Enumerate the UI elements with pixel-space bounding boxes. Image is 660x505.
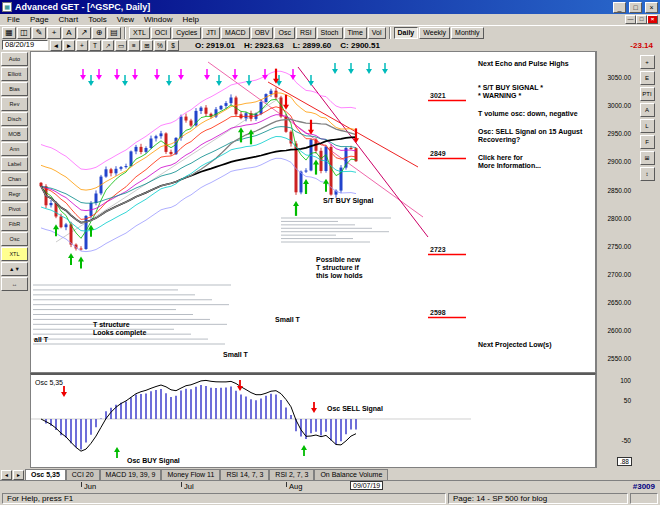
maximize-button[interactable]: □ xyxy=(629,2,642,13)
tab-rsi-14-7-3[interactable]: RSI 14, 7, 3 xyxy=(220,469,269,480)
oscillator-panel[interactable]: Osc SELL SignalOsc BUY SignalOsc 5,35 xyxy=(30,373,596,468)
child-restore-button[interactable]: □ xyxy=(636,15,647,24)
trendline-tool-icon[interactable]: ↗ xyxy=(77,27,91,39)
main-toolbar: ▦◫✎+A↗⊕▤ XTLOCICyclesJTIMACDOBVOscRSISto… xyxy=(0,25,660,39)
menu-file[interactable]: File xyxy=(2,15,25,24)
period-daily[interactable]: Daily xyxy=(394,27,419,39)
child-minimize-button[interactable]: — xyxy=(625,15,636,24)
date-field[interactable]: 08/20/19 xyxy=(2,40,48,50)
high-value: H: 2923.63 xyxy=(244,41,284,50)
tool-time[interactable]: Time xyxy=(344,27,367,39)
tab-on-balance-volume[interactable]: On Balance Volume xyxy=(314,469,388,480)
price-tick: 2550.00 xyxy=(608,355,632,362)
tool-vol[interactable]: Vol xyxy=(368,27,386,39)
menu-window[interactable]: Window xyxy=(139,15,177,24)
crosshair-small-icon[interactable]: + xyxy=(76,40,88,51)
strip-fib-tool[interactable]: F xyxy=(640,135,655,149)
grid-small-icon[interactable]: ⊞ xyxy=(141,40,153,51)
tab-macd-19-39-9[interactable]: MACD 19, 39, 9 xyxy=(100,469,162,480)
percent-tool-icon[interactable]: % xyxy=(154,40,166,51)
next-bar-icon[interactable]: ► xyxy=(63,40,75,51)
list-tool-icon[interactable]: ≡ xyxy=(128,40,140,51)
grid-tool-icon[interactable]: ▤ xyxy=(107,27,121,39)
menu-items: FilePageChartToolsViewWindowHelp xyxy=(2,15,204,24)
close-button[interactable]: × xyxy=(645,2,658,13)
tool-stoch[interactable]: Stoch xyxy=(317,27,343,39)
sidebar-auto-mode[interactable]: Auto xyxy=(1,52,28,66)
period-monthly[interactable]: Monthly xyxy=(451,27,484,39)
menu-help[interactable]: Help xyxy=(177,15,203,24)
sidebar-elliott[interactable]: Elliott xyxy=(1,67,28,81)
tool-obv[interactable]: OBV xyxy=(251,27,274,39)
tab-cci-20[interactable]: CCI 20 xyxy=(66,469,100,480)
trend-small-icon[interactable]: ↗ xyxy=(102,40,114,51)
price-tick: 2800.00 xyxy=(608,215,632,222)
projection-level-label: 2598 xyxy=(430,309,446,316)
projection-date-box: 09/07/19 xyxy=(350,481,383,490)
draw-tool-icon[interactable]: ✎ xyxy=(32,27,46,39)
tool-xtl[interactable]: XTL xyxy=(129,27,150,39)
menu-tools[interactable]: Tools xyxy=(83,15,112,24)
sidebar-bias-reversal[interactable]: Bias xyxy=(1,82,28,96)
status-bar: For Help, press F1 Page: 14 - SP 500 for… xyxy=(0,492,660,505)
zoom-tool-icon[interactable]: ⊕ xyxy=(92,27,106,39)
new-chart-icon[interactable]: ▦ xyxy=(2,27,16,39)
price-chart-panel[interactable]: 3021284927232598Next Echo and Pulse High… xyxy=(30,51,596,373)
text-small-icon[interactable]: T xyxy=(89,40,101,51)
strip-pti[interactable]: PTI xyxy=(640,87,655,101)
box-tool-icon[interactable]: ▭ xyxy=(115,40,127,51)
title-bar[interactable]: ▦ Advanced GET - [^GSPC, Daily] _ □ × xyxy=(0,0,660,14)
sidebar-expand-tool[interactable]: ↔ xyxy=(1,277,28,291)
sidebar-arrows-tool[interactable]: ▲▼ xyxy=(1,262,28,276)
sidebar-oscillator-tool[interactable]: Osc xyxy=(1,232,28,246)
tool-rsi[interactable]: RSI xyxy=(296,27,316,39)
sidebar-annotation[interactable]: Ann xyxy=(1,142,28,156)
oscillator-canvas[interactable]: Osc SELL SignalOsc BUY SignalOsc 5,35 xyxy=(31,375,595,467)
menu-page[interactable]: Page xyxy=(25,15,54,24)
low-value: L: 2899.60 xyxy=(293,41,332,50)
oscillator-title: Osc 5,35 xyxy=(35,379,63,386)
prev-bar-icon[interactable]: ◄ xyxy=(50,40,62,51)
sidebar-reversal[interactable]: Rev xyxy=(1,97,28,111)
text-tool-icon[interactable]: A xyxy=(62,27,76,39)
strip-crosshair[interactable]: + xyxy=(640,55,655,69)
tool-osc[interactable]: Osc xyxy=(274,27,294,39)
tile-windows-icon[interactable]: ◫ xyxy=(17,27,31,39)
tool-sidebar: AutoElliottBiasRevDischMOBAnnLabelChanRe… xyxy=(0,51,30,373)
price-chart-canvas[interactable]: 3021284927232598Next Echo and Pulse High… xyxy=(31,52,595,372)
sidebar-fib-retracement[interactable]: FibR xyxy=(1,217,28,231)
sidebar-displaced-channel[interactable]: Disch xyxy=(1,112,28,126)
price-tool-icon[interactable]: $ xyxy=(167,40,179,51)
tool-jti[interactable]: JTI xyxy=(202,27,220,39)
sidebar-price-label[interactable]: Label xyxy=(1,157,28,171)
osc-tick: 100 xyxy=(620,377,631,384)
child-close-button[interactable]: × xyxy=(647,15,658,24)
strip-elliott-tool[interactable]: E xyxy=(640,71,655,85)
strip-alert-tool[interactable]: A xyxy=(640,103,655,117)
sidebar-channel[interactable]: Chan xyxy=(1,172,28,186)
menu-view[interactable]: View xyxy=(112,15,139,24)
strip-line-tool[interactable]: L xyxy=(640,119,655,133)
chart-annotation: Next Projected Low(s) xyxy=(478,341,552,349)
strip-scale-tool[interactable]: ↕ xyxy=(640,167,655,181)
minimize-button[interactable]: _ xyxy=(613,2,626,13)
tab-rsi-2-7-3[interactable]: RSI 2, 7, 3 xyxy=(269,469,314,480)
sidebar-regression-trend[interactable]: Regr xyxy=(1,187,28,201)
price-tick: 3050.00 xyxy=(608,74,632,81)
strip-grid-tool[interactable]: ⊞ xyxy=(640,151,655,165)
menu-chart[interactable]: Chart xyxy=(54,15,84,24)
sidebar-pivots[interactable]: Pivot xyxy=(1,202,28,216)
period-weekly[interactable]: Weekly xyxy=(419,27,450,39)
window-title: Advanced GET - [^GSPC, Daily] xyxy=(15,2,610,12)
chart-annotation: this low holds xyxy=(316,272,363,279)
crosshair-icon[interactable]: + xyxy=(47,27,61,39)
sidebar-mob[interactable]: MOB xyxy=(1,127,28,141)
tool-macd[interactable]: MACD xyxy=(221,27,250,39)
tab-osc-5-35[interactable]: Osc 5,35 xyxy=(25,469,66,480)
tab-money-flow-11[interactable]: Money Flow 11 xyxy=(161,469,220,480)
tab-scroll-left-icon[interactable]: ◄ xyxy=(1,470,12,480)
tool-oci[interactable]: OCI xyxy=(151,27,171,39)
tab-scroll-right-icon[interactable]: ► xyxy=(13,470,24,480)
tool-cycles[interactable]: Cycles xyxy=(172,27,201,39)
sidebar-xtl[interactable]: XTL xyxy=(1,247,28,261)
